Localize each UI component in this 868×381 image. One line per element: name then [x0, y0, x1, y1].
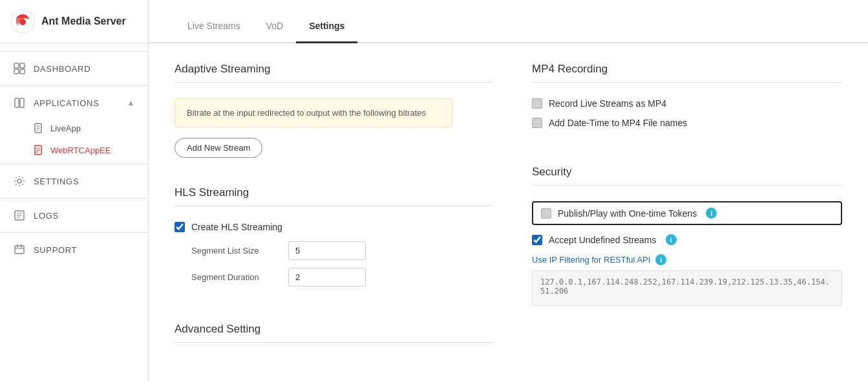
- accept-undefined-streams-label: Accept Undefined Streams: [549, 235, 657, 245]
- security-body: Publish/Play with One-time Tokens i Acce…: [532, 192, 842, 317]
- accept-info-icon: i: [666, 234, 677, 245]
- right-column: MP4 Recording Record Live Streams as MP4…: [532, 63, 842, 362]
- sidebar-item-liveapp[interactable]: LiveApp: [0, 117, 148, 139]
- segment-duration-label: Segment Duration: [175, 272, 278, 282]
- segment-list-size-row: Segment List Size: [175, 241, 493, 260]
- record-live-streams-row: Record Live Streams as MP4: [532, 98, 842, 109]
- create-hls-label: Create HLS Streaming: [191, 222, 282, 232]
- settings-label: Settings: [34, 177, 79, 186]
- add-datetime-label: Add Date-Time to MP4 File names: [549, 118, 687, 128]
- segment-duration-input[interactable]: [288, 268, 366, 287]
- sidebar-item-settings[interactable]: Settings: [0, 167, 148, 195]
- security-section: Security Publish/Play with One-time Toke…: [532, 166, 842, 317]
- token-checkbox[interactable]: [541, 208, 551, 219]
- sidebar-item-applications[interactable]: Applications ▲: [0, 89, 148, 117]
- mp4-recording-title: MP4 Recording: [532, 63, 842, 83]
- app-title: Ant Media Server: [41, 16, 126, 27]
- tab-live-streams[interactable]: Live Streams: [175, 10, 253, 43]
- advanced-setting-title: Advanced Setting: [175, 323, 493, 343]
- adaptive-streaming-section: Adaptive Streaming Bitrate at the input …: [175, 63, 493, 167]
- sidebar-item-support[interactable]: Support: [0, 235, 148, 264]
- hls-streaming-title: HLS Streaming: [175, 186, 493, 206]
- accept-undefined-streams-checkbox[interactable]: [532, 235, 542, 245]
- svg-rect-2: [14, 63, 19, 68]
- tab-vod[interactable]: VoD: [253, 10, 296, 43]
- ip-filter-label: Use IP Filtering for RESTful API i: [532, 254, 842, 265]
- svg-rect-5: [20, 69, 25, 74]
- create-hls-row: Create HLS Streaming: [175, 222, 493, 232]
- svg-point-1: [19, 19, 26, 25]
- svg-rect-3: [20, 63, 25, 68]
- svg-point-10: [17, 179, 21, 183]
- ip-filter-info-icon: i: [655, 254, 666, 265]
- tab-settings[interactable]: Settings: [296, 10, 357, 43]
- sidebar-item-dashboard[interactable]: Dashboard: [0, 54, 148, 83]
- ip-filter-label-text: Use IP Filtering for RESTful API: [532, 255, 650, 265]
- svg-rect-4: [14, 69, 19, 74]
- segment-list-size-label: Segment List Size: [175, 246, 278, 256]
- support-icon: [13, 243, 26, 256]
- svg-rect-6: [15, 98, 19, 107]
- accept-undefined-streams-row: Accept Undefined Streams i: [532, 234, 842, 245]
- token-info-icon: i: [706, 208, 717, 219]
- logs-icon: [13, 209, 26, 222]
- segment-list-size-input[interactable]: [288, 241, 366, 260]
- record-live-streams-checkbox[interactable]: [532, 98, 542, 109]
- tab-bar: Live Streams VoD Settings: [149, 0, 868, 43]
- mp4-recording-body: Record Live Streams as MP4 Add Date-Time…: [532, 89, 842, 146]
- app-logo: Ant Media Server: [0, 0, 148, 43]
- collapse-arrow-icon: ▲: [127, 98, 135, 107]
- svg-rect-7: [20, 98, 24, 107]
- dashboard-label: Dashboard: [34, 64, 90, 74]
- segment-duration-row: Segment Duration: [175, 268, 493, 287]
- security-title: Security: [532, 166, 842, 186]
- sidebar-nav: Dashboard Applications ▲ LiveApp: [0, 43, 148, 264]
- settings-content: Adaptive Streaming Bitrate at the input …: [149, 43, 868, 381]
- ip-filter-input[interactable]: [532, 270, 842, 306]
- adaptive-streaming-title: Adaptive Streaming: [175, 63, 493, 83]
- sidebar-item-webrtcappee[interactable]: WebRTCAppEE: [0, 139, 148, 161]
- adaptive-info-box: Bitrate at the input redirected to outpu…: [175, 98, 452, 127]
- logo-icon: [10, 9, 35, 34]
- hls-streaming-body: Create HLS Streaming Segment List Size S…: [175, 213, 493, 303]
- record-live-streams-label: Record Live Streams as MP4: [549, 98, 666, 109]
- token-label: Publish/Play with One-time Tokens: [558, 208, 697, 219]
- webrtcappee-file-icon: [34, 145, 44, 155]
- applications-label: Applications: [34, 98, 99, 108]
- sidebar-item-logs[interactable]: Logs: [0, 201, 148, 230]
- liveapp-file-icon: [34, 123, 44, 133]
- support-label: Support: [34, 245, 77, 255]
- logs-label: Logs: [34, 211, 59, 221]
- create-hls-checkbox[interactable]: [175, 222, 185, 232]
- svg-rect-12: [15, 246, 24, 254]
- dashboard-icon: [13, 62, 26, 75]
- liveapp-label: LiveApp: [50, 124, 81, 133]
- advanced-setting-section: Advanced Setting: [175, 323, 493, 343]
- add-new-stream-button[interactable]: Add New Stream: [175, 138, 262, 158]
- token-row: Publish/Play with One-time Tokens i: [532, 201, 842, 225]
- add-datetime-checkbox[interactable]: [532, 118, 542, 128]
- mp4-recording-section: MP4 Recording Record Live Streams as MP4…: [532, 63, 842, 146]
- apps-icon: [13, 96, 26, 109]
- sidebar: Ant Media Server Dashboard: [0, 0, 149, 381]
- settings-icon: [13, 175, 26, 188]
- add-datetime-row: Add Date-Time to MP4 File names: [532, 118, 842, 128]
- adaptive-info-text: Bitrate at the input redirected to outpu…: [187, 108, 426, 118]
- hls-streaming-section: HLS Streaming Create HLS Streaming Segme…: [175, 186, 493, 303]
- webrtcappee-label: WebRTCAppEE: [50, 146, 111, 155]
- left-column: Adaptive Streaming Bitrate at the input …: [175, 63, 493, 362]
- main-content: Live Streams VoD Settings Adaptive Strea…: [149, 0, 868, 381]
- adaptive-streaming-body: Bitrate at the input redirected to outpu…: [175, 89, 493, 167]
